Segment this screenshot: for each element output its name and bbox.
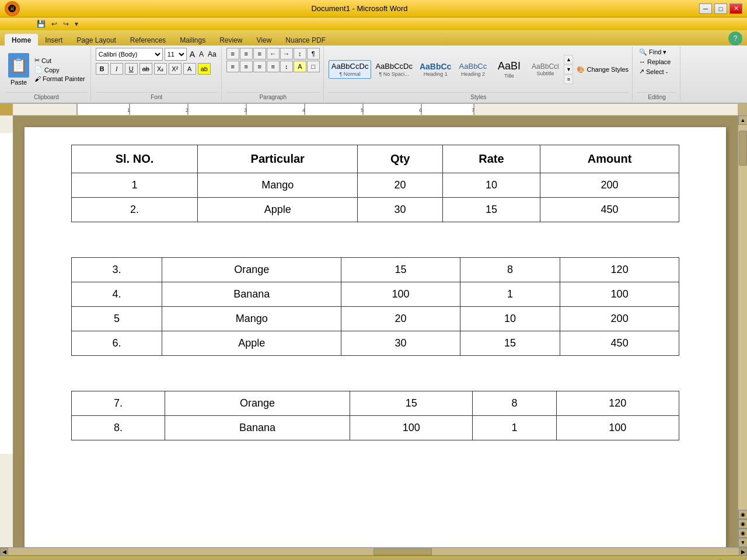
table-1: Sl. NO. Particular Qty Rate Amount 1 Man… [71, 145, 679, 222]
decrease-indent-button[interactable]: ← [267, 48, 280, 60]
styles-more[interactable]: ≡ [564, 75, 573, 84]
window-title: Document1 - Microsoft Word [20, 4, 699, 13]
bold-button[interactable]: B [96, 63, 109, 75]
tab-page-layout[interactable]: Page Layout [69, 34, 123, 46]
italic-button[interactable]: I [110, 63, 123, 75]
undo-icon[interactable]: ↩ [50, 19, 59, 29]
find-icon: 🔍 [639, 48, 647, 56]
select-button[interactable]: ↗ Select - [637, 67, 669, 76]
style-heading2[interactable]: AaBbCc Heading 2 [455, 60, 490, 79]
numbering-button[interactable]: ≡ [240, 48, 253, 60]
sort-button[interactable]: ↕ [294, 48, 306, 60]
scroll-right-button[interactable]: ▶ [739, 548, 747, 556]
superscript-button[interactable]: X² [169, 63, 181, 75]
subscript-button[interactable]: X₂ [154, 63, 167, 75]
paste-button[interactable]: 📋 Paste [6, 52, 32, 87]
cut-label: Cut [41, 57, 51, 64]
document-content[interactable]: Sl. NO. Particular Qty Rate Amount 1 Man… [13, 116, 738, 547]
ruler-left-corner [0, 104, 13, 116]
style-normal[interactable]: AaBbCcDc ¶ Normal [329, 60, 372, 79]
cell-3-particular: Orange [162, 258, 341, 282]
multilevel-button[interactable]: ≡ [253, 48, 266, 60]
save-icon[interactable]: 💾 [35, 19, 47, 29]
grow-font-button[interactable]: A [189, 50, 196, 59]
styles-scroll-up[interactable]: ▲ [564, 55, 573, 64]
prev-page-button[interactable]: ◉ [738, 510, 747, 519]
justify-button[interactable]: ≡ [267, 61, 280, 72]
scroll-thumb[interactable] [739, 131, 747, 166]
cell-6-rate: 15 [460, 331, 560, 356]
tab-mailings[interactable]: Mailings [173, 34, 212, 46]
style-no-spacing[interactable]: AaBbCcDc ¶ No Spaci... [372, 60, 416, 79]
tab-insert[interactable]: Insert [38, 34, 69, 46]
increase-indent-button[interactable]: → [280, 48, 293, 60]
scroll-track[interactable] [738, 125, 747, 510]
table-gap-2 [71, 368, 679, 391]
font-name-select[interactable]: Calibri (Body) [96, 48, 163, 61]
replace-button[interactable]: ↔ Replace [637, 58, 672, 66]
style-heading2-label: Heading 2 [461, 71, 485, 77]
shading-button[interactable]: A [294, 61, 306, 72]
office-button[interactable]: 🅦 [5, 1, 20, 16]
font-color-button[interactable]: A [183, 63, 196, 75]
font-size-select[interactable]: 11 [165, 48, 187, 61]
h-scroll-thumb[interactable] [374, 548, 432, 555]
underline-button[interactable]: U [125, 63, 138, 75]
cut-button[interactable]: ✂ Cut [33, 56, 87, 65]
style-subtitle[interactable]: AaBbCcl Subtitle [528, 61, 563, 78]
scroll-up-button[interactable]: ▲ [738, 116, 747, 125]
table-gap-1 [71, 234, 679, 257]
copy-button[interactable]: 📄 Copy [33, 65, 87, 74]
close-button[interactable]: ✕ [729, 4, 742, 14]
vertical-ruler-svg [0, 116, 13, 547]
svg-text:4: 4 [302, 107, 305, 113]
next-page-button[interactable]: ◉ [738, 528, 747, 538]
select-browse-button[interactable]: ◉ [738, 519, 747, 528]
change-case-button[interactable]: Aa [207, 50, 218, 58]
align-center-button[interactable]: ≡ [240, 61, 253, 72]
title-bar: 🅦 Document1 - Microsoft Word ─ □ ✕ [0, 0, 747, 18]
scroll-left-button[interactable]: ◀ [0, 548, 8, 556]
bullets-button[interactable]: ≡ [226, 48, 239, 60]
strikethrough-button[interactable]: ab [139, 63, 152, 75]
align-right-button[interactable]: ≡ [253, 61, 266, 72]
cell-6-sl: 6. [72, 331, 162, 356]
replace-label: Replace [647, 58, 671, 65]
style-subtitle-preview: AaBbCcl [532, 62, 559, 71]
shrink-font-button[interactable]: A [198, 50, 205, 58]
maximize-button[interactable]: □ [714, 4, 727, 14]
style-title[interactable]: AaBI Title [491, 58, 526, 80]
tab-view[interactable]: View [250, 34, 279, 46]
align-left-button[interactable]: ≡ [226, 61, 239, 72]
style-subtitle-label: Subtitle [536, 71, 554, 76]
cell-2-rate: 15 [442, 198, 540, 222]
tab-home[interactable]: Home [5, 34, 38, 46]
borders-button[interactable]: □ [307, 61, 320, 72]
styles-scroll-down[interactable]: ▼ [564, 65, 573, 74]
ruler-svg: 1 2 3 4 5 6 7 [13, 104, 738, 116]
format-painter-button[interactable]: 🖌 Format Painter [33, 75, 87, 83]
quick-access-toolbar: 💾 ↩ ↪ ▾ [0, 18, 747, 30]
find-button[interactable]: 🔍 Find ▾ [637, 48, 668, 57]
tab-review[interactable]: Review [212, 34, 249, 46]
highlight-button[interactable]: ab [198, 63, 211, 75]
tab-references[interactable]: References [123, 34, 173, 46]
style-heading1[interactable]: AaBbCc Heading 1 [417, 60, 454, 79]
redo-icon[interactable]: ↪ [61, 19, 71, 29]
customize-quick-access-icon[interactable]: ▾ [73, 19, 80, 29]
show-formatting-button[interactable]: ¶ [307, 48, 320, 60]
h-scroll-track[interactable] [8, 548, 739, 555]
style-items: AaBbCcDc ¶ Normal AaBbCcDc ¶ No Spaci...… [329, 58, 563, 80]
font-name-row: Calibri (Body) 11 A A Aa [96, 48, 218, 61]
cell-1-rate: 10 [442, 173, 540, 198]
tab-nuance-pdf[interactable]: Nuance PDF [278, 34, 333, 46]
cell-5-qty: 20 [341, 307, 460, 331]
help-button[interactable]: ? [728, 32, 742, 46]
change-styles-button[interactable]: 🎨 Change Styles [577, 66, 629, 74]
scroll-down-button[interactable]: ▼ [738, 538, 747, 547]
minimize-button[interactable]: ─ [699, 4, 712, 14]
clipboard-group: 📋 Paste ✂ Cut 📄 Copy 🖌 Format Painter Cl… [2, 47, 91, 102]
vertical-scrollbar: ▲ ◉ ◉ ◉ ▼ [738, 116, 747, 547]
line-spacing-button[interactable]: ↕ [280, 61, 293, 72]
ribbon: 📋 Paste ✂ Cut 📄 Copy 🖌 Format Painter Cl… [0, 46, 747, 104]
